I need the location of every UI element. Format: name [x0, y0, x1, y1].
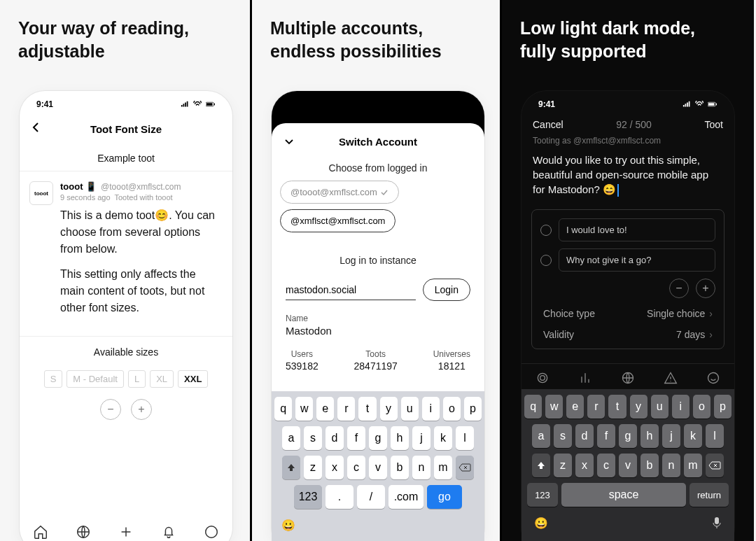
key-a[interactable]: a — [532, 424, 550, 448]
poll-icon[interactable] — [578, 371, 592, 388]
key-h[interactable]: h — [391, 426, 409, 450]
go-key[interactable]: go — [427, 485, 462, 509]
tab-profile-icon[interactable] — [204, 524, 219, 541]
key-x[interactable]: x — [326, 456, 344, 479]
emoji-key-dark-icon[interactable]: 😀 — [534, 517, 548, 532]
key-c[interactable]: c — [597, 454, 615, 477]
poll-option-2[interactable]: Why not give it a go? — [559, 248, 715, 272]
key-b[interactable]: b — [640, 454, 659, 477]
key-k[interactable]: k — [684, 424, 702, 448]
back-button[interactable] — [32, 122, 39, 136]
key-o[interactable]: o — [443, 397, 461, 421]
key-a[interactable]: a — [282, 426, 300, 450]
key-b[interactable]: b — [391, 456, 409, 479]
instance-input[interactable] — [286, 280, 416, 300]
num-key[interactable]: 123 — [294, 485, 322, 509]
num-key-dark[interactable]: 123 — [527, 483, 558, 507]
key-l[interactable]: l — [456, 426, 474, 450]
decrease-size-button[interactable]: − — [100, 399, 121, 420]
key-f[interactable]: f — [347, 426, 365, 450]
compose-text[interactable]: Would you like to try out this simple, b… — [522, 150, 734, 204]
poll-radio-1[interactable] — [540, 225, 552, 236]
toot-button[interactable]: Toot — [705, 119, 723, 130]
space-key-dark[interactable]: space — [561, 483, 686, 507]
size-s[interactable]: S — [44, 370, 63, 388]
key-z[interactable]: z — [304, 456, 322, 479]
remove-option-button[interactable]: − — [669, 279, 689, 298]
choice-type-button[interactable]: Single choice› — [647, 308, 713, 319]
collapse-icon[interactable] — [284, 135, 294, 148]
emoji-icon[interactable] — [706, 371, 720, 388]
key-v[interactable]: v — [369, 456, 387, 479]
key-m[interactable]: m — [684, 454, 702, 477]
key-l[interactable]: l — [706, 424, 724, 448]
tab-compose-icon[interactable] — [118, 524, 134, 541]
key-o[interactable]: o — [693, 395, 710, 419]
key-t[interactable]: t — [608, 395, 626, 419]
key-c[interactable]: c — [347, 456, 365, 479]
poll-radio-2[interactable] — [540, 255, 552, 266]
key-r[interactable]: r — [587, 395, 605, 419]
key-q[interactable]: q — [274, 397, 292, 421]
dot-key[interactable]: . — [326, 485, 354, 509]
key-g[interactable]: g — [619, 424, 637, 448]
size-xl[interactable]: XL — [150, 370, 174, 388]
tab-bell-icon[interactable] — [161, 524, 176, 541]
login-button[interactable]: Login — [423, 279, 470, 301]
tab-home-icon[interactable] — [33, 524, 48, 541]
key-g[interactable]: g — [369, 426, 387, 450]
key-p[interactable]: p — [464, 397, 482, 421]
shift-key[interactable] — [282, 456, 300, 479]
key-u[interactable]: u — [651, 395, 668, 419]
key-d[interactable]: d — [326, 426, 344, 450]
key-k[interactable]: k — [434, 426, 452, 450]
key-e[interactable]: e — [316, 397, 334, 421]
key-n[interactable]: n — [412, 456, 430, 479]
key-i[interactable]: i — [422, 397, 440, 421]
size-m[interactable]: M - Default — [66, 370, 124, 388]
size-xxl[interactable]: XXL — [178, 370, 208, 388]
camera-icon[interactable] — [536, 371, 550, 388]
key-i[interactable]: i — [672, 395, 690, 419]
size-l[interactable]: L — [128, 370, 146, 388]
shift-key-dark[interactable] — [532, 454, 550, 477]
key-y[interactable]: y — [380, 397, 398, 421]
emoji-key-icon[interactable]: 😀 — [281, 519, 295, 532]
key-w[interactable]: w — [545, 395, 563, 419]
key-e[interactable]: e — [566, 395, 584, 419]
visibility-icon[interactable] — [621, 371, 635, 388]
key-q[interactable]: q — [524, 395, 542, 419]
key-j[interactable]: j — [412, 426, 430, 450]
validity-button[interactable]: 7 days› — [676, 329, 713, 340]
key-r[interactable]: r — [337, 397, 355, 421]
key-s[interactable]: s — [554, 424, 572, 448]
cancel-button[interactable]: Cancel — [533, 119, 564, 130]
account-pill-2[interactable]: @xmflsct@xmflsct.com — [280, 209, 396, 232]
key-d[interactable]: d — [575, 424, 594, 448]
key-u[interactable]: u — [401, 397, 419, 421]
com-key[interactable]: .com — [388, 485, 424, 509]
mic-icon[interactable] — [712, 517, 722, 532]
key-z[interactable]: z — [554, 454, 572, 477]
tab-globe-icon[interactable] — [76, 524, 91, 541]
increase-size-button[interactable]: + — [131, 399, 152, 420]
key-m[interactable]: m — [434, 456, 452, 479]
backspace-key[interactable] — [456, 456, 474, 479]
key-f[interactable]: f — [597, 424, 615, 448]
key-v[interactable]: v — [619, 454, 637, 477]
key-n[interactable]: n — [662, 454, 680, 477]
key-s[interactable]: s — [304, 426, 322, 450]
cw-icon[interactable] — [664, 371, 678, 388]
key-x[interactable]: x — [575, 454, 594, 477]
slash-key[interactable]: / — [357, 485, 385, 509]
return-key-dark[interactable]: return — [690, 483, 729, 507]
key-y[interactable]: y — [630, 395, 648, 419]
poll-option-1[interactable]: I would love to! — [559, 218, 715, 241]
key-p[interactable]: p — [714, 395, 732, 419]
add-option-button[interactable]: + — [696, 279, 715, 298]
backspace-key-dark[interactable] — [706, 454, 724, 477]
key-t[interactable]: t — [358, 397, 376, 421]
key-w[interactable]: w — [295, 397, 313, 421]
account-pill-1[interactable]: @tooot@xmflsct.com — [280, 181, 399, 204]
key-h[interactable]: h — [640, 424, 659, 448]
